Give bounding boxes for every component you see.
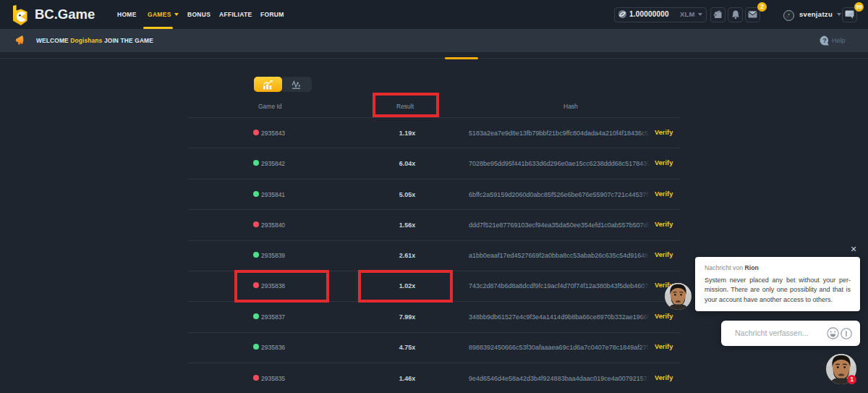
- svg-text:?: ?: [822, 37, 827, 44]
